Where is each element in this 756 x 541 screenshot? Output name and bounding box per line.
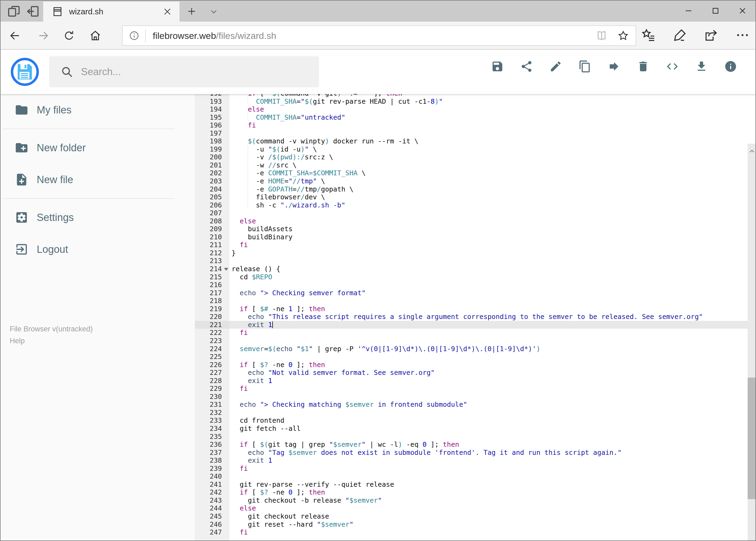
tab-list-chevron-icon[interactable]: [209, 7, 218, 16]
code-text[interactable]: echo "Tag $semver does not exist in subm…: [229, 449, 748, 457]
code-text[interactable]: filebrowser/dev \: [229, 193, 748, 201]
site-info-icon[interactable]: [128, 30, 140, 41]
code-text[interactable]: [229, 297, 748, 305]
address-bar[interactable]: filebrowser.web/files/wizard.sh: [122, 25, 636, 46]
code-icon[interactable]: [666, 60, 679, 73]
code-text[interactable]: release () {: [229, 265, 748, 273]
sidebar-item-new-file[interactable]: New file: [0, 164, 195, 196]
home-icon[interactable]: [89, 29, 102, 42]
code-text[interactable]: [229, 281, 748, 289]
edit-icon[interactable]: [549, 60, 562, 73]
code-text[interactable]: [229, 393, 748, 401]
page-scrollbar[interactable]: [748, 144, 756, 541]
sidebar-item-logout[interactable]: Logout: [0, 234, 195, 265]
code-text[interactable]: buildAssets: [229, 225, 748, 233]
code-text[interactable]: exit 1: [229, 321, 748, 329]
url-text[interactable]: filebrowser.web/files/wizard.sh: [153, 31, 596, 41]
code-text[interactable]: [229, 337, 748, 345]
maximize-button[interactable]: [702, 0, 729, 22]
code-text[interactable]: [229, 472, 748, 480]
hub-favorites-icon[interactable]: [641, 28, 656, 43]
filebrowser-logo[interactable]: [11, 58, 39, 86]
info-icon[interactable]: [724, 60, 737, 73]
code-text[interactable]: if [ $? -ne 0 ]; then: [229, 361, 748, 369]
code-text[interactable]: else: [229, 504, 748, 512]
code-text[interactable]: echo "Not valid semver format. See semve…: [229, 369, 748, 377]
code-text[interactable]: buildBinary: [229, 233, 748, 241]
reading-view-icon[interactable]: [596, 30, 608, 42]
code-text[interactable]: git reset --hard "$semver": [229, 520, 748, 529]
code-text[interactable]: if [ $(git tag | grep "$semver" | wc -l)…: [229, 440, 748, 449]
code-text[interactable]: [229, 433, 748, 441]
code-text[interactable]: cd frontend: [229, 416, 748, 425]
share-page-icon[interactable]: [704, 28, 719, 43]
close-window-button[interactable]: [729, 0, 756, 22]
code-text[interactable]: COMMIT_SHA="untracked": [229, 114, 748, 122]
scroll-up-icon[interactable]: [748, 144, 756, 159]
code-text[interactable]: fi: [229, 385, 748, 393]
code-text[interactable]: }: [229, 249, 748, 257]
tab-preview-icon[interactable]: [6, 4, 22, 19]
code-text[interactable]: fi: [229, 465, 748, 473]
code-text[interactable]: -v /$(pwd):/src:z \: [229, 153, 748, 161]
code-text[interactable]: -e HOME="//tmp" \: [229, 177, 748, 185]
code-text[interactable]: [229, 353, 748, 361]
code-text[interactable]: -u "$(id -u)" \: [229, 145, 748, 154]
scrollbar-thumb[interactable]: [748, 377, 756, 499]
code-text[interactable]: git fetch --all: [229, 425, 748, 433]
save-icon[interactable]: [491, 60, 504, 73]
code-text[interactable]: -e COMMIT_SHA=$COMMIT_SHA \: [229, 169, 748, 177]
minimize-button[interactable]: [675, 0, 702, 22]
code-text[interactable]: fi: [229, 241, 748, 249]
code-text[interactable]: if [ "$(command -v git)" != "" ]; then: [229, 94, 748, 98]
copy-icon[interactable]: [579, 60, 591, 73]
code-text[interactable]: [229, 409, 748, 417]
web-note-icon[interactable]: [672, 28, 687, 43]
share-icon[interactable]: [520, 60, 533, 73]
back-icon[interactable]: [9, 29, 21, 42]
code-text[interactable]: exit 1: [229, 456, 748, 465]
code-text[interactable]: [229, 209, 748, 217]
new-tab-button[interactable]: [186, 6, 197, 17]
code-editor[interactable]: 192 if [ "$(command -v git)" != "" ]; th…: [195, 94, 748, 541]
code-text[interactable]: exit 1: [229, 377, 748, 385]
sidebar-item-settings[interactable]: Settings: [0, 202, 195, 234]
code-text[interactable]: [229, 129, 748, 138]
code-text[interactable]: fi: [229, 528, 748, 536]
refresh-icon[interactable]: [63, 29, 75, 42]
code-text[interactable]: $(command -v winpty) docker run --rm -it…: [229, 137, 748, 145]
forward-icon[interactable]: [37, 29, 50, 42]
sidebar-item-new-folder[interactable]: New folder: [0, 132, 195, 164]
code-text[interactable]: COMMIT_SHA="$(git rev-parse HEAD | cut -…: [229, 98, 748, 106]
code-text[interactable]: if [ $? -ne 0 ]; then: [229, 488, 748, 496]
code-text[interactable]: cd $REPO: [229, 273, 748, 281]
code-text[interactable]: fi: [229, 121, 748, 129]
help-link[interactable]: Help: [10, 335, 93, 347]
download-icon[interactable]: [695, 60, 708, 73]
code-text[interactable]: echo "> Checking semver format": [229, 289, 748, 297]
code-text[interactable]: echo "> Checking matching $semver in fro…: [229, 400, 748, 409]
code-text[interactable]: else: [229, 217, 748, 225]
code-text[interactable]: else: [229, 105, 748, 114]
code-text[interactable]: -w //src \: [229, 161, 748, 169]
close-tab-icon[interactable]: [162, 6, 172, 17]
code-text[interactable]: semver=$(echo "$1" | grep -P '^v(0|[1-9]…: [229, 345, 748, 353]
favorite-star-icon[interactable]: [617, 30, 629, 42]
sidebar-item-my-files[interactable]: My files: [0, 94, 195, 126]
set-tabs-aside-icon[interactable]: [25, 4, 41, 19]
code-text[interactable]: git checkout -b release "$semver": [229, 496, 748, 505]
code-text[interactable]: if [ $# -ne 1 ]; then: [229, 305, 748, 313]
delete-icon[interactable]: [637, 60, 650, 73]
fold-toggle-icon[interactable]: [224, 268, 228, 270]
tab-wizard-sh[interactable]: wizard.sh: [43, 2, 179, 22]
code-text[interactable]: git checkout release: [229, 512, 748, 520]
code-text[interactable]: fi: [229, 329, 748, 337]
move-icon[interactable]: [608, 60, 621, 73]
code-text[interactable]: -e GOPATH=//tmp/gopath \: [229, 185, 748, 194]
code-text[interactable]: git rev-parse --verify --quiet release: [229, 480, 748, 489]
code-text[interactable]: echo "This release script requires a sin…: [229, 313, 748, 321]
more-icon[interactable]: [735, 28, 750, 43]
code-text[interactable]: [229, 257, 748, 265]
code-text[interactable]: sh -c "./wizard.sh -b": [229, 201, 748, 209]
search-input[interactable]: [81, 66, 302, 78]
